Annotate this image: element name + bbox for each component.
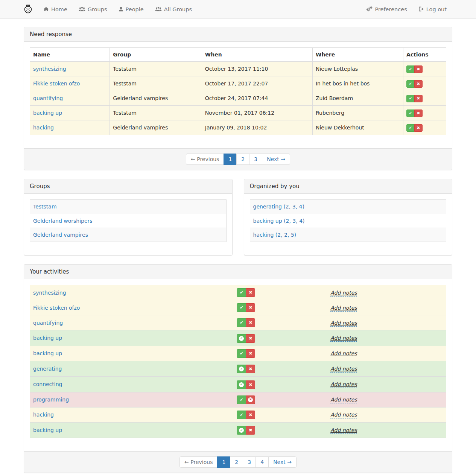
accept-button[interactable]: ✔ [237,303,246,312]
add-notes-link[interactable]: Add notes [330,290,357,297]
accept-button[interactable]: ✔ [237,334,246,343]
page-button-1[interactable]: 1 [224,154,237,165]
page-button-3[interactable]: 3 [249,154,262,165]
activity-name-link[interactable]: synthesizing [33,290,66,296]
decline-button[interactable]: ✖ [246,365,255,373]
add-notes-link[interactable]: Add notes [330,305,357,312]
nav-left: HomeGroupsPeopleAll Groups [38,0,198,18]
page-button-4[interactable]: 4 [255,456,269,468]
decline-button[interactable]: ✖ [246,426,255,435]
accept-button[interactable]: ✔ [237,288,246,297]
panel-title-groups: Groups [24,179,232,194]
event-name-link[interactable]: synthesizing [33,66,66,72]
add-notes-link[interactable]: Add notes [330,427,357,434]
accept-button[interactable]: ✔ [237,380,246,389]
page-button-1[interactable]: 1 [217,456,230,468]
column-header-where: Where [312,48,403,62]
add-notes-link[interactable]: Add notes [330,366,357,373]
nav-item-preferences[interactable]: Preferences [360,0,412,19]
decline-button[interactable]: ✖ [414,65,423,73]
organized-activity-link[interactable]: hacking (2, 2, 5) [253,232,297,238]
add-notes-link[interactable]: Add notes [330,350,357,357]
add-notes-link[interactable]: Add notes [330,397,357,403]
add-notes-link[interactable]: Add notes [330,335,357,342]
activity-name-link[interactable]: backing up [33,335,62,341]
nav-item-groups[interactable]: Groups [73,0,113,19]
check-icon: ✔ [239,320,244,325]
organized-activity-link[interactable]: generating (2, 3, 4) [253,204,304,210]
event-where: Zuid Boerdam [312,91,403,106]
response-buttons: ✔✖ [237,318,255,327]
add-notes-link[interactable]: Add notes [330,381,357,388]
accept-button[interactable]: ✔ [237,349,246,358]
add-notes-link[interactable]: Add notes [330,412,357,418]
group-link[interactable]: Gelderland vampires [33,232,88,238]
decline-button[interactable]: ✖ [246,349,255,358]
decline-button[interactable]: ✖ [246,395,255,404]
decline-button[interactable]: ✖ [246,318,255,327]
decline-button[interactable]: ✖ [414,95,423,102]
event-group: Teststam [110,76,202,91]
accept-button[interactable]: ✔ [237,411,246,419]
panel-title-organized: Organized by you [244,179,452,194]
group-link[interactable]: Gelderland worshipers [33,218,93,224]
x-icon: ✖ [248,367,253,371]
page-button-3[interactable]: 3 [243,456,256,468]
event-name-link[interactable]: hacking [33,125,54,131]
your-activities-panel: Your activities synthesizing✔✖Add notesF… [24,264,452,473]
accept-button[interactable]: ✔ [406,80,415,88]
prev-page-button[interactable]: ← Previous [179,456,217,468]
nav-item-home[interactable]: Home [38,0,73,19]
check-circle-icon: ✔ [239,336,244,341]
decline-button[interactable]: ✖ [246,334,255,343]
activity-name-link[interactable]: backing up [33,350,62,356]
decline-button[interactable]: ✖ [414,80,423,88]
prev-page-button[interactable]: ← Previous [186,154,224,165]
check-icon: ✔ [239,290,244,295]
activity-name-link[interactable]: hacking [33,412,54,418]
event-name-link[interactable]: backing up [33,110,62,116]
activity-buttons-cell: ✔✖ [234,392,327,407]
nav-item-log-out[interactable]: Log out [413,0,452,19]
decline-button[interactable]: ✖ [414,109,423,117]
event-name-link[interactable]: quantifying [33,95,63,101]
accept-button[interactable]: ✔ [406,95,415,102]
brand-logo[interactable] [24,3,38,15]
accept-button[interactable]: ✔ [406,109,415,117]
event-name-link[interactable]: Fikkie stoken ofzo [33,81,80,87]
activity-row: synthesizing✔✖Add notes [30,285,446,300]
accept-button[interactable]: ✔ [406,124,415,132]
activity-notes-cell: Add notes [327,422,446,438]
decline-button[interactable]: ✖ [246,288,255,297]
activity-row: backing up✔✖Add notes [30,422,446,438]
column-header-group: Group [110,48,202,62]
decline-button[interactable]: ✖ [414,124,423,132]
activity-name-link[interactable]: generating [33,366,62,372]
accept-button[interactable]: ✔ [237,426,246,435]
organized-activity-link[interactable]: backing up (2, 3, 4) [253,218,305,224]
accept-button[interactable]: ✔ [237,318,246,327]
nav-item-all-groups[interactable]: All Groups [149,0,198,19]
next-page-button[interactable]: Next → [268,456,297,468]
activity-name-link[interactable]: Fikkie stoken ofzo [33,305,80,311]
activity-name-link[interactable]: connecting [33,381,62,387]
decline-button[interactable]: ✖ [246,303,255,312]
decline-button[interactable]: ✖ [246,411,255,419]
activity-name-link[interactable]: programming [33,397,69,403]
activity-name-link[interactable]: quantifying [33,320,63,326]
page-button-2[interactable]: 2 [230,456,243,468]
accept-button[interactable]: ✔ [237,365,246,373]
next-page-button[interactable]: Next → [262,154,290,165]
accept-button[interactable]: ✔ [406,65,415,73]
decline-button[interactable]: ✖ [246,380,255,389]
add-notes-link[interactable]: Add notes [330,320,357,327]
accept-button[interactable]: ✔ [237,395,246,404]
page-button-2[interactable]: 2 [236,154,249,165]
group-link[interactable]: Teststam [33,204,57,210]
activity-buttons-cell: ✔✖ [234,315,327,330]
activity-name-link[interactable]: backing up [33,427,62,433]
list-item: Gelderland worshipers [30,214,227,228]
nav-item-people[interactable]: People [113,0,149,19]
activity-row: quantifying✔✖Add notes [30,315,446,330]
check-circle-icon: ✔ [239,367,244,371]
